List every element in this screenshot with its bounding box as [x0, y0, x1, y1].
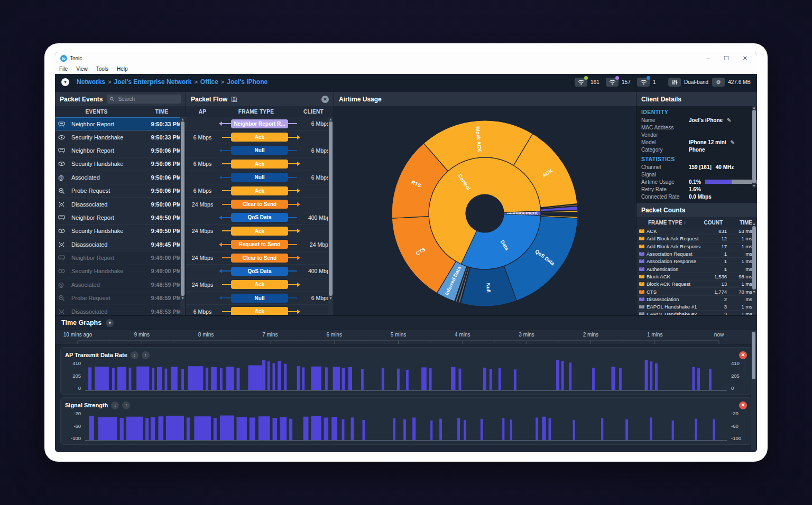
graph-plot-area[interactable] — [85, 410, 727, 441]
frame-type-pill[interactable]: Ack — [231, 186, 288, 195]
wifi-badge[interactable]: 161 — [575, 78, 602, 87]
collapse-chevron-icon[interactable]: ▾ — [106, 319, 114, 327]
frame-type-pill[interactable]: Ack — [231, 307, 288, 315]
frame-type-label: Association Response — [647, 258, 700, 264]
packet-count-row[interactable]: Block ACK1,53698 ms — [636, 273, 757, 280]
count-column-header: COUNT — [693, 220, 723, 226]
packet-count-row[interactable]: Block ACK Request131 ms — [636, 280, 757, 288]
event-row[interactable]: Security Handshake9:50:06 PM — [55, 157, 186, 171]
move-down-button[interactable]: ↓ — [131, 351, 139, 359]
event-time: 9:49:00 PM — [151, 255, 181, 261]
chevron-down-icon[interactable]: ▾ — [61, 78, 69, 86]
event-row[interactable]: Neighbor Report9:49:50 PM — [55, 211, 186, 225]
flow-row[interactable]: Neighbor Report R...6 Mbps — [186, 117, 334, 130]
frame-count: 1 — [700, 258, 727, 264]
packet-count-row[interactable]: ACK83153 ms — [636, 228, 757, 235]
maximize-button[interactable]: ☐ — [724, 52, 729, 64]
frame-type-pill[interactable]: Ack — [231, 133, 288, 142]
event-row[interactable]: Disassociated9:49:45 PM — [55, 238, 186, 251]
event-row[interactable]: Neighbor Report9:50:06 PM — [55, 144, 186, 157]
frame-type-pill[interactable]: Clear to Send — [231, 254, 288, 263]
move-down-button[interactable]: ↓ — [111, 401, 119, 409]
flow-row[interactable]: Request to Send24 Mbps — [186, 238, 334, 251]
packet-count-row[interactable]: EAPOL Handshake #231 ms — [636, 311, 757, 315]
event-row[interactable]: Security Handshake9:49:50 PM — [55, 225, 186, 238]
menu-item-view[interactable]: View — [76, 66, 88, 72]
close-panel-icon[interactable]: ✕ — [321, 96, 329, 103]
save-icon[interactable] — [231, 96, 237, 102]
close-graph-button[interactable]: ✕ — [739, 351, 747, 359]
dual-band-badge[interactable]: Dual-band — [668, 78, 708, 87]
menu-item-file[interactable]: File — [59, 66, 68, 72]
move-up-button[interactable]: ↑ — [122, 401, 130, 409]
flow-row[interactable]: Null6 Mbps — [186, 292, 334, 305]
breadcrumb-link[interactable]: Joel's iPhone — [227, 78, 267, 86]
capture-size-badge[interactable]: ⚙427.6 MB — [712, 78, 751, 87]
flow-row[interactable]: Null6 Mbps — [186, 144, 334, 157]
flow-row[interactable]: 24 MbpsAck — [186, 278, 334, 292]
frame-type-pill[interactable]: Null — [231, 173, 288, 182]
flow-row[interactable]: 24 MbpsClear to Send — [186, 198, 334, 211]
events-scrollbar[interactable]: ▲▼ — [180, 117, 185, 315]
graph-plot-area[interactable] — [85, 360, 727, 391]
counts-scrollbar[interactable]: ▲▼ — [752, 222, 756, 315]
event-row[interactable]: Neighbor Report9:50:33 PM — [55, 117, 186, 130]
event-row[interactable]: Probe Request9:48:59 PM — [55, 292, 186, 305]
event-row[interactable]: Security Handshake9:50:33 PM — [55, 130, 186, 144]
frame-type-pill[interactable]: Ack — [231, 280, 288, 289]
flow-scrollbar[interactable]: ▲▼ — [328, 117, 333, 315]
frame-type-pill[interactable]: Ack — [231, 160, 288, 169]
packet-count-row[interactable]: Add Block Ack Request121 ms — [636, 235, 757, 242]
flow-row[interactable]: 6 MbpsAck — [186, 184, 334, 198]
flow-row[interactable]: QoS Data400 Mbps — [186, 211, 334, 225]
timeline-ruler[interactable]: 10 mins ago9 mins8 mins7 mins6 mins5 min… — [55, 330, 757, 344]
event-row[interactable]: @Associated9:48:59 PM — [55, 278, 186, 292]
frame-type-pill[interactable]: Request to Send — [231, 240, 288, 249]
packet-count-row[interactable]: Add Block Ack Response171 ms — [636, 243, 757, 250]
breadcrumb-link[interactable]: Joel's Enterprise Network — [114, 78, 191, 86]
packet-count-row[interactable]: Association Request1ms — [636, 250, 757, 258]
flow-row[interactable]: 6 MbpsAck — [186, 130, 334, 144]
details-scrollbar[interactable]: ▲▼ — [752, 106, 756, 188]
event-row[interactable]: Security Handshake9:49:00 PM — [55, 265, 186, 278]
frame-type-pill[interactable]: Clear to Send — [231, 200, 288, 209]
breadcrumb-link[interactable]: Office — [200, 78, 218, 86]
menu-item-tools[interactable]: Tools — [96, 66, 108, 72]
frame-type-pill[interactable]: Null — [231, 294, 288, 303]
close-button[interactable]: ✕ — [743, 52, 748, 64]
packet-count-row[interactable]: Disassociation2ms — [636, 296, 757, 303]
frame-type-pill[interactable]: Ack — [231, 227, 288, 236]
timegraphs-scrollbar[interactable] — [751, 331, 756, 450]
edit-icon[interactable]: ✎ — [731, 139, 735, 145]
event-row[interactable]: Neighbor Report9:49:00 PM — [55, 251, 186, 265]
menu-item-help[interactable]: Help — [117, 66, 128, 72]
move-up-button[interactable]: ↑ — [142, 351, 150, 359]
event-row[interactable]: Disassociated9:50:00 PM — [55, 198, 186, 211]
frame-type-pill[interactable]: QoS Data — [231, 213, 288, 222]
frame-type-pill[interactable]: QoS Data — [231, 267, 288, 276]
flow-row[interactable]: 24 MbpsAck — [186, 225, 334, 238]
search-input[interactable] — [117, 96, 178, 102]
event-row[interactable]: @Associated9:50:06 PM — [55, 171, 186, 184]
frame-type-pill[interactable]: Null — [231, 146, 288, 155]
sort-ascending-icon[interactable]: ↑ — [684, 220, 686, 226]
wifi-badge[interactable]: 157 — [606, 78, 633, 87]
search-box[interactable] — [107, 95, 181, 104]
close-graph-button[interactable]: ✕ — [739, 401, 747, 409]
event-row[interactable]: Disassociated9:48:53 PM — [55, 305, 186, 315]
packet-count-row[interactable]: Authentication1ms — [636, 265, 757, 273]
packet-count-row[interactable]: Association Response11 ms — [636, 258, 757, 265]
flow-row[interactable]: 24 MbpsClear to Send — [186, 251, 334, 265]
flow-row[interactable]: 6 MbpsAck — [186, 157, 334, 171]
packet-count-row[interactable]: CTS1,77470 ms — [636, 288, 757, 295]
wifi-badge[interactable]: 1 — [637, 78, 665, 87]
edit-icon[interactable]: ✎ — [727, 117, 731, 123]
frame-type-pill[interactable]: Neighbor Report R... — [231, 119, 288, 128]
event-row[interactable]: Probe Request9:50:06 PM — [55, 184, 186, 198]
flow-row[interactable]: 6 MbpsAck — [186, 305, 334, 315]
flow-row[interactable]: Null6 Mbps — [186, 171, 334, 184]
minimize-button[interactable]: – — [707, 52, 710, 64]
flow-row[interactable]: QoS Data400 Mbps — [186, 265, 334, 278]
breadcrumb-link[interactable]: Networks — [77, 78, 105, 86]
packet-count-row[interactable]: EAPOL Handshake #131 ms — [636, 303, 757, 311]
